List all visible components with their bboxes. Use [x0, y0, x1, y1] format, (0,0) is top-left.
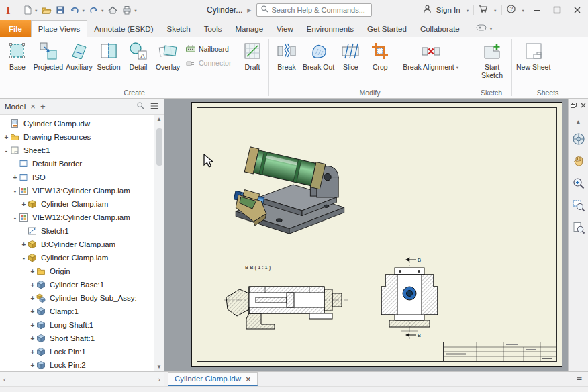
- doc-close-icon[interactable]: [580, 101, 587, 111]
- scroll-right-icon[interactable]: [158, 375, 160, 383]
- expander-icon[interactable]: -: [3, 147, 10, 154]
- tab-get-started[interactable]: Get Started: [360, 20, 413, 37]
- tree-item-view12-cylinder-clamp-iam[interactable]: -VIEW12:Cylinder Clamp.iam: [0, 211, 154, 224]
- tree-item-sheet-1[interactable]: -Sheet:1: [0, 144, 154, 157]
- tab-environments[interactable]: Environments: [300, 20, 360, 37]
- zoom-icon[interactable]: [571, 176, 586, 191]
- tree-item-short-shaft-1[interactable]: +Short Shaft:1: [0, 332, 154, 345]
- sign-in-button[interactable]: Sign In: [436, 6, 460, 14]
- section-view-bb[interactable]: B-B ( 1 : 1 ): [222, 262, 350, 335]
- tree-item-view13-cylinder-clamp-iam[interactable]: -VIEW13:Cylinder Clamp.iam: [0, 184, 154, 197]
- drawing-sheet[interactable]: B-B ( 1 : 1 ) B: [191, 102, 562, 367]
- tree-item-origin[interactable]: +Origin: [0, 264, 154, 278]
- tree-item-sketch1[interactable]: Sketch1: [0, 224, 154, 238]
- tab-file[interactable]: File: [0, 20, 31, 37]
- open-file-button[interactable]: [40, 3, 53, 17]
- search-expand-icon[interactable]: ▶: [247, 7, 251, 13]
- new-file-button[interactable]: [21, 3, 39, 17]
- browser-vertical-scrollbar[interactable]: ▲ ▼: [154, 115, 164, 371]
- minimize-button[interactable]: [529, 2, 545, 18]
- scroll-down-icon[interactable]: ▼: [156, 364, 162, 370]
- new-sheet-button[interactable]: New Sheet: [516, 38, 551, 87]
- break-alignment-button[interactable]: Break Alignment: [395, 38, 467, 87]
- projected-button[interactable]: Projected: [33, 38, 64, 87]
- tree-item-drawing-resources[interactable]: +Drawing Resources: [0, 130, 154, 144]
- expander-icon[interactable]: +: [3, 134, 10, 141]
- tree-item-cylinder-body-sub-assy[interactable]: +Cylinder Body Sub_Assy:: [0, 291, 154, 305]
- base-button[interactable]: Base: [3, 38, 32, 87]
- home-button[interactable]: [106, 3, 119, 17]
- tab-annotate-eskd[interactable]: Annotate (ESKD): [87, 20, 160, 37]
- undo-button[interactable]: [68, 3, 86, 17]
- tab-collaborate[interactable]: Collaborate: [413, 20, 467, 37]
- maximize-button[interactable]: [549, 2, 565, 18]
- expander-icon[interactable]: +: [29, 348, 36, 356]
- tab-sketch[interactable]: Sketch: [160, 20, 197, 37]
- cart-icon[interactable]: [478, 4, 488, 16]
- tree-item-lock-pin-2[interactable]: +Lock Pin:2: [0, 358, 154, 371]
- front-section-view[interactable]: B B: [375, 256, 444, 340]
- expander-icon[interactable]: +: [20, 201, 28, 208]
- scroll-left-icon[interactable]: [3, 375, 6, 383]
- zoom-selected-icon[interactable]: [571, 220, 586, 235]
- expander-icon[interactable]: +: [29, 362, 36, 369]
- scroll-up-icon[interactable]: ▲: [576, 119, 581, 125]
- isometric-view[interactable]: [226, 131, 353, 238]
- expander-icon[interactable]: +: [29, 281, 36, 289]
- cart-caret-icon[interactable]: [492, 5, 497, 15]
- menu-icon[interactable]: [577, 374, 582, 385]
- app-logo-icon[interactable]: I: [3, 3, 18, 17]
- expander-icon[interactable]: +: [11, 174, 19, 181]
- tree-item-default-border[interactable]: Default Border: [0, 157, 154, 170]
- help-caret-icon[interactable]: [520, 5, 525, 15]
- drawing-canvas[interactable]: B-B ( 1 : 1 ) B: [164, 99, 568, 371]
- tree-item-cylinder-clamp-idw[interactable]: Cylinder Clamp.idw: [0, 117, 154, 130]
- tab-view[interactable]: View: [270, 20, 300, 37]
- section-button[interactable]: Section: [95, 38, 123, 87]
- zoom-window-icon[interactable]: [571, 198, 586, 213]
- help-icon[interactable]: ?: [506, 4, 516, 16]
- expander-icon[interactable]: -: [20, 254, 28, 262]
- browser-horizontal-scrollbar[interactable]: [0, 372, 164, 386]
- navigation-wheel-icon[interactable]: [571, 132, 586, 146]
- tree-item-cylinder-base-1[interactable]: +Cylinder Base:1: [0, 278, 154, 291]
- search-box[interactable]: [256, 3, 372, 17]
- browser-search-icon[interactable]: [136, 101, 145, 111]
- overlay-button[interactable]: Overlay: [154, 38, 182, 87]
- tree-item-lock-pin-1[interactable]: +Lock Pin:1: [0, 345, 154, 358]
- draft-button[interactable]: Draft: [238, 38, 266, 87]
- browser-tab-model[interactable]: Model: [5, 103, 26, 111]
- start-sketch-button[interactable]: Start Sketch: [475, 38, 509, 87]
- tab-place-views[interactable]: Place Views: [31, 20, 87, 37]
- pan-icon[interactable]: [571, 154, 586, 168]
- expander-icon[interactable]: +: [29, 295, 36, 302]
- document-tab[interactable]: Cylinder Clamp.idw: [168, 372, 258, 386]
- tab-manage[interactable]: Manage: [229, 20, 271, 37]
- close-button[interactable]: [569, 2, 585, 18]
- save-button[interactable]: [54, 3, 67, 17]
- tab-tools[interactable]: Tools: [197, 20, 229, 37]
- browser-add-tab-icon[interactable]: [40, 101, 46, 111]
- browser-menu-icon[interactable]: [150, 101, 159, 112]
- tree-item-clamp-1[interactable]: +Clamp:1: [0, 305, 154, 318]
- slice-button[interactable]: Slice: [336, 38, 364, 87]
- expander-icon[interactable]: +: [29, 335, 36, 342]
- tab-close-icon[interactable]: [246, 374, 251, 384]
- tree-item-cylinder-clamp-iam[interactable]: +Cylinder Clamp.iam: [0, 197, 154, 211]
- browser-close-icon[interactable]: [30, 101, 36, 111]
- doc-restore-icon[interactable]: [570, 101, 577, 111]
- tree-item-long-shaft-1[interactable]: +Long Shaft:1: [0, 318, 154, 332]
- sign-in-caret-icon[interactable]: [464, 5, 469, 15]
- tree-item-cylinder-clamp-iam[interactable]: -Cylinder Clamp.iam: [0, 251, 154, 264]
- expander-icon[interactable]: +: [29, 322, 36, 329]
- expander-icon[interactable]: -: [11, 214, 19, 222]
- search-input[interactable]: [272, 6, 368, 14]
- redo-button[interactable]: [87, 3, 105, 17]
- tree-item-b-cylinder-clamp-iam[interactable]: +B:Cylinder Clamp.iam: [0, 238, 154, 251]
- break-button[interactable]: Break: [273, 38, 301, 87]
- break-out-button[interactable]: Break Out: [302, 38, 335, 87]
- expander-icon[interactable]: +: [29, 308, 36, 315]
- scrollbar-thumb[interactable]: [156, 128, 162, 166]
- crop-button[interactable]: Crop: [366, 38, 394, 87]
- expander-icon[interactable]: +: [29, 268, 36, 275]
